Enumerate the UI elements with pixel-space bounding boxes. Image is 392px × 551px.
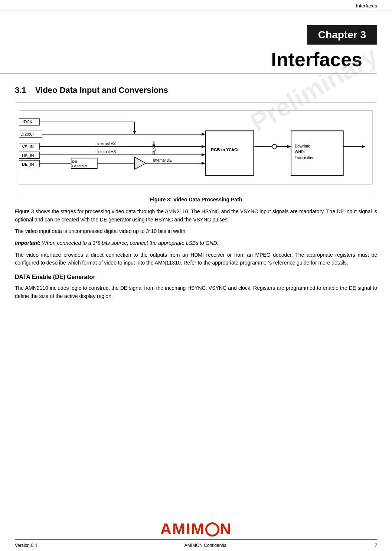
svg-marker-18 [202, 162, 205, 165]
page-footer: AMIMN Version 0.4 AMIMON Confidential 7 [0, 516, 392, 551]
sub-section-text: The AMN2110 includes logic to construct … [15, 284, 377, 300]
footer-version: Version 0.4 [15, 543, 37, 548]
section-title: 3.1 Video Data Input and Conversions [15, 85, 377, 95]
section-number: 3.1 [15, 85, 26, 95]
page-header: Interfaces [0, 0, 392, 10]
signal-idck: IDCK [23, 120, 33, 124]
de-gen-label: DE [72, 160, 77, 163]
logo-i: I [186, 520, 191, 538]
label-internal-vs: Internal VS [97, 142, 116, 146]
logo-n: N [220, 520, 232, 538]
downlink-label3: Transmitter [295, 156, 314, 160]
svg-marker-16 [134, 157, 146, 169]
important-text: When connected to a 3*8 bits source, con… [40, 240, 218, 246]
chapter-banner: Chapter 3 [307, 25, 377, 45]
paragraph-3: Important: When connected to a 3*8 bits … [15, 239, 377, 247]
logo-area: AMIMN [0, 516, 392, 539]
logo-o [205, 522, 219, 537]
figure-caption: Figure 3: Video Data Processing Path [15, 197, 377, 202]
paragraph-2: The video input data is uncompressed dig… [15, 227, 377, 236]
paragraph-1: Figure 3 shows the stages for processing… [15, 208, 377, 224]
logo-m1: M [172, 520, 186, 538]
signal-vsin: VS_IN [22, 145, 34, 149]
footer-content: Version 0.4 AMIMON Confidential 7 [0, 540, 392, 551]
de-gen-label2: Generator [72, 164, 88, 168]
downlink-label1: Downlink [295, 144, 310, 148]
logo-a: A [160, 520, 172, 538]
svg-marker-9 [202, 145, 205, 148]
svg-marker-28 [202, 133, 205, 136]
page-title: Interfaces [0, 48, 377, 74]
paragraph-4: The video interface provides a direct co… [15, 251, 377, 267]
label-internal-hs: Internal HS [97, 150, 116, 154]
chapter-label: Chapter 3 [318, 29, 366, 40]
diagram-container: IDCK D[29:0] VS_IN HS_IN DE_IN Internal … [15, 103, 377, 194]
signal-dein: DE_IN [22, 162, 34, 166]
signal-hsin: HS_IN [22, 153, 34, 158]
svg-marker-26 [362, 145, 366, 148]
sub-section-title: DATA Enable (DE) Generator [15, 274, 377, 281]
signal-d29: D[29:0] [20, 132, 34, 136]
logo-m2: M [191, 520, 205, 538]
amimon-logo: AMIMN [160, 516, 232, 539]
label-internal-de: Internal DE [153, 158, 172, 162]
diagram-svg: IDCK D[29:0] VS_IN HS_IN DE_IN Internal … [19, 110, 373, 185]
svg-point-21 [272, 144, 277, 149]
chapter-area: Chapter 3 [0, 10, 392, 45]
svg-rect-19 [205, 131, 254, 175]
section-heading: Video Data Input and Conversions [35, 85, 168, 95]
important-label: Important: [15, 240, 40, 246]
svg-marker-23 [287, 145, 291, 148]
footer-page-number: 7 [375, 543, 377, 548]
footer-confidential: AMIMON Confidential [37, 543, 375, 548]
rgb-label: RGB to YCbCr [211, 148, 239, 152]
header-title: Interfaces [356, 3, 377, 9]
downlink-label2: WHDI [295, 150, 305, 154]
svg-marker-12 [202, 153, 205, 156]
svg-rect-31 [19, 110, 372, 184]
de-gen-out-label: DE_GEN [152, 141, 156, 155]
